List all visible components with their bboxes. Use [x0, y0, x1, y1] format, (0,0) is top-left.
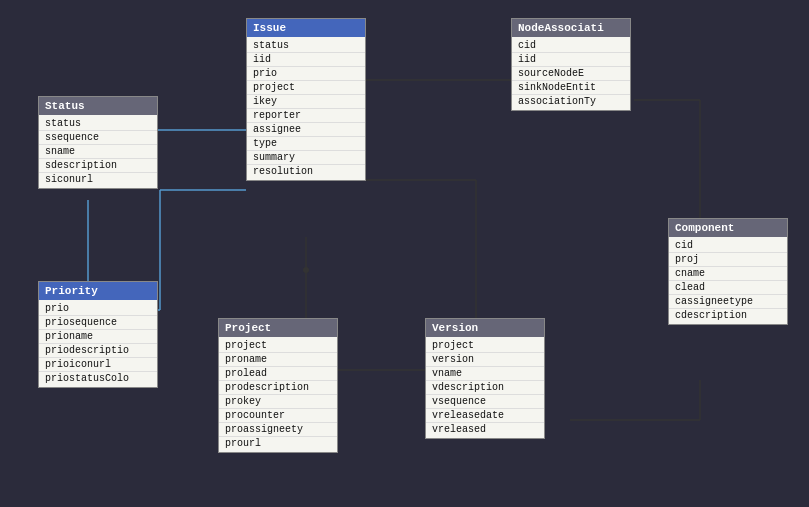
entity-project: Project project proname prolead prodescr… [218, 318, 338, 453]
field-project-proname: proname [219, 352, 337, 366]
field-project-prokey: prokey [219, 394, 337, 408]
field-issue-summary: summary [247, 150, 365, 164]
field-issue-project: project [247, 80, 365, 94]
entity-status-body: status ssequence sname sdescription sico… [39, 115, 157, 188]
field-issue-resolution: resolution [247, 164, 365, 178]
field-status-status: status [39, 117, 157, 130]
entity-project-header: Project [219, 319, 337, 337]
entity-priority-header: Priority [39, 282, 157, 300]
field-priority-priostatuscolo: priostatusColo [39, 371, 157, 385]
field-issue-reporter: reporter [247, 108, 365, 122]
entity-component-header: Component [669, 219, 787, 237]
field-component-cname: cname [669, 266, 787, 280]
field-version-vreleasedate: vreleasedate [426, 408, 544, 422]
field-na-sourcenodee: sourceNodeE [512, 66, 630, 80]
entity-nodeassociation-body: cid iid sourceNodeE sinkNodeEntit associ… [512, 37, 630, 110]
entity-version: Version project version vname vdescripti… [425, 318, 545, 439]
field-project-procounter: procounter [219, 408, 337, 422]
entity-status-header: Status [39, 97, 157, 115]
entity-version-header: Version [426, 319, 544, 337]
field-version-project: project [426, 339, 544, 352]
entity-project-body: project proname prolead prodescription p… [219, 337, 337, 452]
field-project-prodescription: prodescription [219, 380, 337, 394]
field-status-sdescription: sdescription [39, 158, 157, 172]
field-version-vname: vname [426, 366, 544, 380]
entity-priority: Priority prio priosequence prioname prio… [38, 281, 158, 388]
entity-issue: Issue status iid prio project ikey repor… [246, 18, 366, 181]
field-priority-priosequence: priosequence [39, 315, 157, 329]
field-project-prourl: prourl [219, 436, 337, 450]
field-na-associationly: associationTy [512, 94, 630, 108]
entity-issue-body: status iid prio project ikey reporter as… [247, 37, 365, 180]
field-na-iid: iid [512, 52, 630, 66]
entity-status: Status status ssequence sname sdescripti… [38, 96, 158, 189]
field-issue-iid: iid [247, 52, 365, 66]
field-status-sname: sname [39, 144, 157, 158]
field-priority-priodescriptio: priodescriptio [39, 343, 157, 357]
entity-priority-body: prio priosequence prioname priodescripti… [39, 300, 157, 387]
field-na-sinknodeentit: sinkNodeEntit [512, 80, 630, 94]
field-version-version: version [426, 352, 544, 366]
field-component-cassigneetype: cassigneetype [669, 294, 787, 308]
field-status-ssequence: ssequence [39, 130, 157, 144]
field-component-clead: clead [669, 280, 787, 294]
field-project-proassigneety: proassigneety [219, 422, 337, 436]
field-version-vreleased: vreleased [426, 422, 544, 436]
field-issue-ikey: ikey [247, 94, 365, 108]
field-priority-prioname: prioname [39, 329, 157, 343]
field-project-project: project [219, 339, 337, 352]
field-issue-status: status [247, 39, 365, 52]
field-project-prolead: prolead [219, 366, 337, 380]
field-version-vdescription: vdescription [426, 380, 544, 394]
entity-component: Component cid proj cname clead cassignee… [668, 218, 788, 325]
entity-nodeassociation: NodeAssociati cid iid sourceNodeE sinkNo… [511, 18, 631, 111]
field-priority-prio: prio [39, 302, 157, 315]
entity-nodeassociation-header: NodeAssociati [512, 19, 630, 37]
field-issue-prio: prio [247, 66, 365, 80]
field-component-cdescription: cdescription [669, 308, 787, 322]
field-issue-type: type [247, 136, 365, 150]
field-component-cid: cid [669, 239, 787, 252]
field-na-cid: cid [512, 39, 630, 52]
field-issue-assignee: assignee [247, 122, 365, 136]
entity-component-body: cid proj cname clead cassigneetype cdesc… [669, 237, 787, 324]
field-component-proj: proj [669, 252, 787, 266]
entity-issue-header: Issue [247, 19, 365, 37]
field-version-vsequence: vsequence [426, 394, 544, 408]
diagram-canvas: Issue status iid prio project ikey repor… [0, 0, 809, 507]
field-priority-prioiconurl: prioiconurl [39, 357, 157, 371]
entity-version-body: project version vname vdescription vsequ… [426, 337, 544, 438]
field-status-siconurl: siconurl [39, 172, 157, 186]
svg-point-11 [303, 267, 309, 273]
